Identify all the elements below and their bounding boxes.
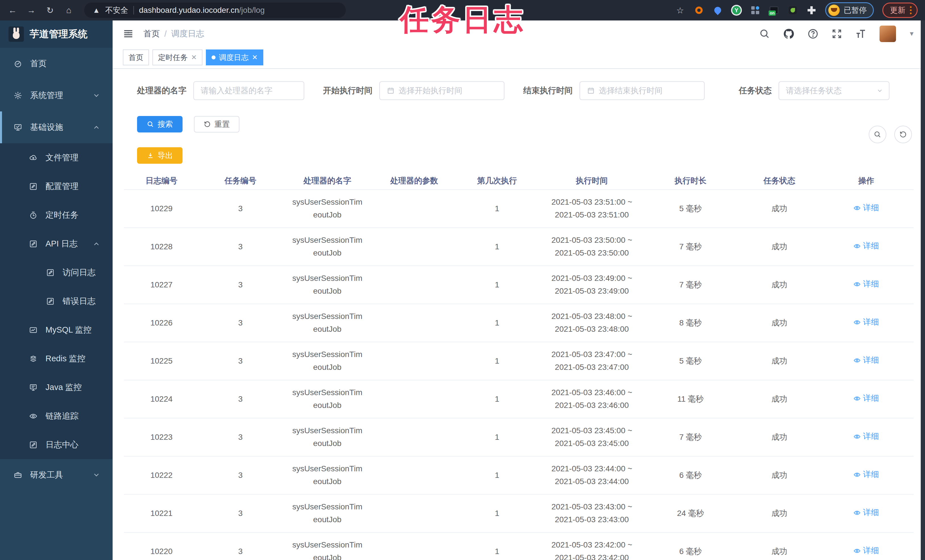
extension-green-y-icon[interactable]: Y (731, 5, 741, 15)
detail-link[interactable]: 详细 (853, 278, 879, 291)
detail-link[interactable]: 详细 (853, 430, 879, 443)
detail-link[interactable]: 详细 (853, 239, 879, 253)
detail-link[interactable]: 详细 (853, 354, 879, 367)
cell-duration: 8 毫秒 (679, 318, 702, 327)
end-time-picker[interactable]: 选择结束执行时间 (580, 81, 705, 100)
detail-link[interactable]: 详细 (853, 202, 879, 214)
bookmark-star-icon[interactable]: ☆ (675, 5, 685, 15)
vertical-scrollbar[interactable] (921, 21, 925, 560)
sidebar-item-基础设施[interactable]: 基础设施 (0, 111, 113, 143)
sidebar-item-java-监控[interactable]: Java 监控 (0, 373, 113, 402)
sidebar-item-配置管理[interactable]: 配置管理 (0, 172, 113, 201)
export-button[interactable]: 导出 (137, 147, 182, 164)
breadcrumb-separator: / (164, 29, 167, 39)
reload-icon[interactable]: ↻ (45, 5, 55, 15)
start-time-picker[interactable]: 选择开始执行时间 (379, 81, 505, 100)
cell-task-id: 3 (238, 242, 243, 251)
table-row: 102213sysUserSessionTimeoutJob12021-05-0… (124, 495, 914, 533)
search-button[interactable]: 搜索 (137, 116, 182, 132)
sidebar-toggle-icon[interactable] (123, 29, 134, 39)
detail-link[interactable]: 详细 (853, 506, 879, 519)
tab-定时任务[interactable]: 定时任务✕ (152, 50, 202, 65)
sidebar-item-label: 错误日志 (63, 296, 96, 307)
cell-execute-index: 1 (495, 318, 499, 327)
sidebar-item-label: 配置管理 (45, 181, 78, 192)
tab-调度日志[interactable]: 调度日志✕ (206, 50, 263, 65)
tab-首页[interactable]: 首页 (123, 50, 149, 65)
browser-menu-icon[interactable] (910, 6, 911, 14)
close-icon[interactable]: ✕ (191, 53, 197, 62)
sidebar-item-错误日志[interactable]: 错误日志 (0, 287, 113, 316)
detail-link[interactable]: 详细 (853, 316, 879, 329)
home-icon[interactable]: ⌂ (64, 5, 74, 15)
refresh-table-button[interactable] (894, 126, 912, 143)
detail-link[interactable]: 详细 (853, 544, 879, 557)
reset-button[interactable]: 重置 (194, 116, 240, 132)
app-logo-row[interactable]: 芋道管理系统 (0, 21, 113, 48)
extension-grid-icon[interactable] (750, 5, 760, 15)
filter-form: 处理器的名字 请输入处理器的名字 开始执行时间 选择开始执行时间 结束执行时间 (124, 81, 914, 100)
cell-handler-name: sysUserSessionTimeoutJob (282, 196, 372, 221)
help-icon[interactable] (807, 28, 819, 39)
cell-execute-time: 2021-05-03 23:43:00 ~2021-05-03 23:43:00 (539, 501, 645, 526)
sidebar-item-文件管理[interactable]: 文件管理 (0, 143, 113, 172)
back-icon[interactable]: ← (8, 5, 18, 15)
sidebar-item-系统管理[interactable]: 系统管理 (0, 80, 113, 111)
task-status-select[interactable]: 请选择任务状态 (779, 81, 889, 100)
handler-name-input[interactable]: 请输入处理器的名字 (193, 81, 304, 100)
log-icon (29, 239, 38, 248)
cell-execute-time: 2021-05-03 23:44:00 ~2021-05-03 23:44:00 (539, 462, 645, 488)
extension-on-switch-icon[interactable]: on (769, 5, 779, 15)
close-icon[interactable]: ✕ (252, 53, 258, 62)
header-search-icon[interactable] (759, 28, 770, 39)
sidebar-item-首页[interactable]: 首页 (0, 48, 113, 80)
cell-execute-time: 2021-05-03 23:48:00 ~2021-05-03 23:48:00 (539, 310, 645, 336)
sidebar-item-链路追踪[interactable]: 链路追踪 (0, 402, 113, 431)
forward-icon[interactable]: → (26, 5, 36, 15)
github-icon[interactable] (783, 28, 795, 40)
sidebar-item-研发工具[interactable]: 研发工具 (0, 459, 113, 491)
detail-link[interactable]: 详细 (853, 468, 879, 481)
extension-blue-pin-icon[interactable] (713, 5, 723, 15)
extension-puzzle-icon[interactable] (806, 5, 817, 15)
cell-handler-name: sysUserSessionTimeoutJob (282, 310, 372, 336)
extension-orange-ring-icon[interactable] (694, 5, 704, 15)
table-row: 102293sysUserSessionTimeoutJob12021-05-0… (124, 190, 914, 228)
cell-status: 成功 (771, 509, 787, 518)
java-icon (29, 383, 38, 392)
log-icon (29, 441, 38, 449)
sidebar: 芋道管理系统 首页系统管理基础设施文件管理配置管理定时任务API 日志访问日志错… (0, 21, 113, 560)
sidebar-item-api-日志[interactable]: API 日志 (0, 229, 113, 258)
cell-execute-index: 1 (495, 204, 499, 213)
sidebar-item-label: 文件管理 (45, 152, 78, 163)
sidebar-item-日志中心[interactable]: 日志中心 (0, 431, 113, 459)
column-header: 操作 (823, 175, 910, 186)
avatar-caret-down-icon[interactable]: ▼ (908, 30, 915, 38)
sidebar-item-定时任务[interactable]: 定时任务 (0, 201, 113, 229)
mysql-icon (29, 326, 38, 334)
fullscreen-icon[interactable] (831, 28, 842, 39)
address-bar[interactable]: ▲ 不安全 dashboard.yudao.iocoder.cn/job/log (84, 3, 346, 18)
browser-profile-chip[interactable]: 已暂停 (825, 2, 874, 18)
cell-execute-time: 2021-05-03 23:51:00 ~2021-05-03 23:51:00 (539, 196, 645, 221)
cell-status: 成功 (771, 280, 787, 289)
font-size-icon[interactable] (855, 28, 867, 40)
cell-handler-name: sysUserSessionTimeoutJob (282, 272, 372, 298)
browser-update-button[interactable]: 更新 (882, 3, 917, 18)
cell-duration: 6 毫秒 (679, 471, 702, 480)
sidebar-item-redis-监控[interactable]: Redis 监控 (0, 344, 113, 373)
user-avatar[interactable] (880, 26, 896, 42)
sidebar-item-mysql-监控[interactable]: MySQL 监控 (0, 316, 113, 344)
cell-status: 成功 (771, 204, 787, 213)
chevron-down-icon (93, 471, 100, 479)
toggle-search-button[interactable] (869, 126, 886, 143)
page-annotation-title: 任务日志 (400, 1, 525, 39)
sidebar-item-访问日志[interactable]: 访问日志 (0, 258, 113, 287)
sidebar-item-label: API 日志 (45, 238, 78, 250)
detail-link[interactable]: 详细 (853, 392, 879, 405)
handler-name-label: 处理器的名字 (137, 85, 187, 96)
breadcrumb-home[interactable]: 首页 (143, 28, 160, 39)
extension-leaf-icon[interactable] (788, 5, 798, 15)
chevron-up-icon (93, 123, 100, 131)
table-row: 102263sysUserSessionTimeoutJob12021-05-0… (124, 304, 914, 342)
